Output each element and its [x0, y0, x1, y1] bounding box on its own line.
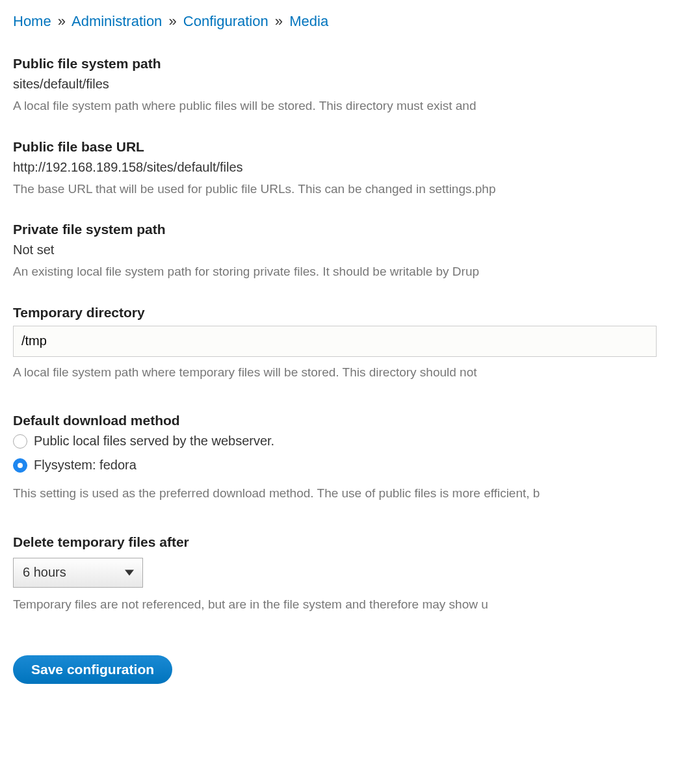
temporary-directory-label: Temporary directory: [13, 305, 680, 320]
radio-icon: [13, 434, 27, 449]
private-file-path-group: Private file system path Not set An exis…: [13, 222, 680, 281]
radio-public-local[interactable]: Public local files served by the webserv…: [13, 434, 680, 449]
delete-temp-description: Temporary files are not referenced, but …: [13, 595, 680, 614]
breadcrumb-separator: »: [168, 13, 176, 29]
temporary-directory-description: A local file system path where temporary…: [13, 363, 680, 382]
breadcrumb-administration[interactable]: Administration: [72, 13, 162, 29]
public-file-path-group: Public file system path sites/default/fi…: [13, 56, 680, 116]
radio-flysystem-fedora[interactable]: Flysystem: fedora: [13, 458, 680, 473]
public-file-url-description: The base URL that will be used for publi…: [13, 180, 680, 199]
chevron-down-icon: [125, 569, 134, 575]
download-method-group: Default download method Public local fil…: [13, 413, 680, 503]
delete-temp-selected: 6 hours: [23, 565, 66, 580]
public-file-url-group: Public file base URL http://192.168.189.…: [13, 139, 680, 199]
save-configuration-button[interactable]: Save configuration: [13, 655, 172, 684]
breadcrumb-separator: »: [275, 13, 283, 29]
breadcrumb: Home » Administration » Configuration » …: [13, 13, 680, 30]
radio-label: Public local files served by the webserv…: [34, 434, 274, 449]
public-file-path-description: A local file system path where public fi…: [13, 97, 680, 116]
delete-temp-select[interactable]: 6 hours: [13, 558, 143, 588]
download-method-label: Default download method: [13, 413, 680, 428]
breadcrumb-configuration[interactable]: Configuration: [183, 13, 268, 29]
delete-temp-label: Delete temporary files after: [13, 534, 680, 550]
radio-label: Flysystem: fedora: [34, 458, 137, 473]
radio-icon: [13, 458, 27, 473]
public-file-path-value: sites/default/files: [13, 77, 680, 92]
download-method-description: This setting is used as the preferred do…: [13, 484, 680, 503]
delete-temp-group: Delete temporary files after 6 hours Tem…: [13, 534, 680, 614]
public-file-path-label: Public file system path: [13, 56, 680, 72]
private-file-path-value: Not set: [13, 242, 680, 257]
breadcrumb-media[interactable]: Media: [289, 13, 328, 29]
private-file-path-description: An existing local file system path for s…: [13, 263, 680, 281]
temporary-directory-input[interactable]: [13, 326, 657, 357]
temporary-directory-group: Temporary directory A local file system …: [13, 305, 680, 382]
breadcrumb-home[interactable]: Home: [13, 13, 51, 29]
breadcrumb-separator: »: [58, 13, 66, 29]
private-file-path-label: Private file system path: [13, 222, 680, 237]
public-file-url-value: http://192.168.189.158/sites/default/fil…: [13, 160, 680, 175]
public-file-url-label: Public file base URL: [13, 139, 680, 155]
